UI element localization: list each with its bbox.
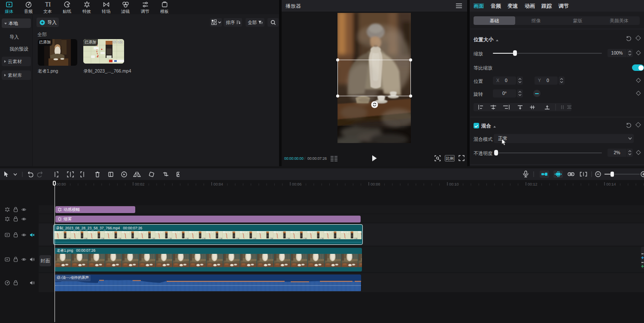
svg-text:00:02: 00:02 (135, 182, 145, 186)
svg-text:00:12: 00:12 (528, 182, 538, 186)
svg-text:00:10: 00:10 (449, 182, 459, 186)
svg-text:00:08: 00:08 (371, 182, 380, 186)
svg-text:00:00: 00:00 (56, 182, 66, 186)
svg-text:TI: TI (45, 1, 51, 8)
svg-text:00:14: 00:14 (606, 182, 616, 186)
svg-text:00:06: 00:06 (292, 182, 302, 186)
svg-text:00:04: 00:04 (213, 182, 223, 186)
